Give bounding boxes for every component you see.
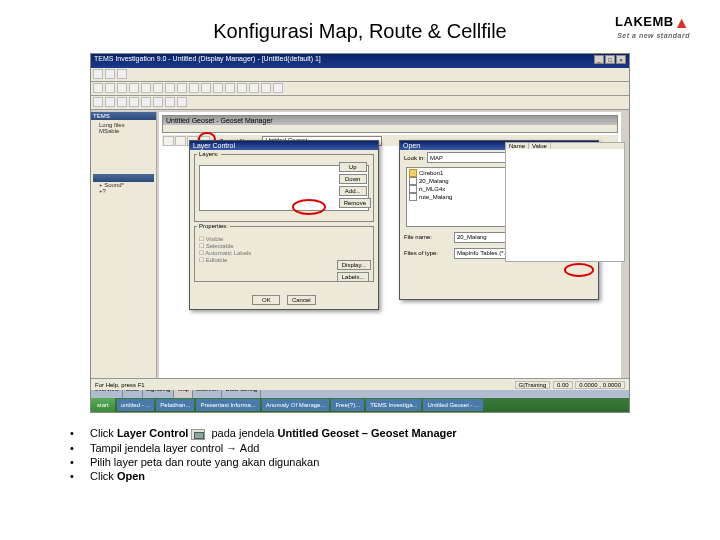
layer-control-titlebar: Layer Control	[190, 141, 378, 150]
highlight-circle-icon	[564, 263, 594, 277]
taskbar-item[interactable]: untitled - ...	[117, 399, 155, 411]
col-value: Value	[529, 143, 551, 149]
bullet-item: Pilih layer peta dan route yang akan dig…	[70, 456, 650, 468]
status-zoom: 0.00	[553, 381, 573, 389]
menu-bar[interactable]	[91, 68, 629, 82]
table-icon	[409, 177, 417, 185]
cancel-button[interactable]: Cancel	[287, 295, 316, 305]
down-button[interactable]: Down	[339, 174, 367, 184]
props-group-label: Properties:	[197, 223, 230, 229]
add-button[interactable]: Add...	[339, 186, 367, 196]
geoset-manager-window: Untitled Geoset - Geoset Manager	[162, 115, 618, 133]
layer-control-icon	[191, 429, 205, 440]
taskbar[interactable]: start untitled - ... Pelatihan... Presen…	[91, 398, 629, 412]
taskbar-item[interactable]: Pelatihan...	[156, 399, 194, 411]
right-panel: NameValue	[505, 142, 625, 262]
app-screenshot: TEMS Investigation 9.0 - Untitled (Displ…	[90, 53, 630, 413]
bullet-item: Click Layer Control pada jendela Untitle…	[70, 427, 650, 440]
remove-button[interactable]: Remove	[339, 198, 371, 208]
slide-title: Konfigurasi Map, Route & Cellfile	[30, 20, 690, 43]
status-ready-text: For Help, press F1	[95, 382, 145, 388]
window-controls[interactable]: _□×	[593, 55, 626, 67]
toolbar-1[interactable]	[91, 82, 629, 96]
workspace: Untitled Geoset - Geoset Manager Geoset …	[159, 112, 621, 378]
visible-checkbox[interactable]: Visible	[197, 235, 371, 242]
geoset-tb-btn[interactable]	[163, 136, 174, 146]
table-icon	[409, 185, 417, 193]
app-titlebar: TEMS Investigation 9.0 - Untitled (Displ…	[91, 54, 629, 68]
ok-button[interactable]: OK	[252, 295, 280, 305]
labels-button[interactable]: Labels...	[337, 272, 370, 282]
filename-label: File name:	[404, 234, 452, 240]
taskbar-item[interactable]: Untitled Geoset - ...	[423, 399, 483, 411]
highlight-circle-icon	[292, 199, 326, 215]
taskbar-item[interactable]: Anomaly Of Manage...	[262, 399, 330, 411]
geoset-tb-btn[interactable]	[175, 136, 186, 146]
filetype-label: Files of type:	[404, 250, 452, 256]
bullet-item: Tampil jendela layer control → Add	[70, 442, 650, 454]
layers-group-label: Layers:	[197, 151, 221, 157]
taskbar-item[interactable]: Presentasi Informa...	[196, 399, 259, 411]
tree-item[interactable]: +?	[93, 188, 154, 194]
layer-control-dialog: Layer Control Layers: Up Down Add... Rem…	[189, 140, 379, 310]
arrow-icon: ▲	[674, 14, 690, 31]
left-panel: TEMS Long files MSable + Sound* +?	[91, 112, 157, 378]
left-panel-header: TEMS	[91, 112, 156, 120]
start-button[interactable]: start	[91, 398, 115, 412]
left-panel-header-2	[93, 174, 154, 182]
bullet-list: Click Layer Control pada jendela Untitle…	[70, 427, 650, 482]
brand-logo: LAKEMB▲ Set a new standard	[615, 14, 690, 39]
toolbar-2[interactable]	[91, 96, 629, 110]
lookin-label: Look in:	[404, 155, 425, 161]
taskbar-item[interactable]: TEMS Investiga...	[366, 399, 421, 411]
up-button[interactable]: Up	[339, 162, 367, 172]
app-title-text: TEMS Investigation 9.0 - Untitled (Displ…	[94, 55, 321, 67]
bullet-item: Click Open	[70, 470, 650, 482]
status-bar: For Help, press F1 G|Training 0.00 0.000…	[91, 378, 629, 390]
display-button[interactable]: Display...	[337, 260, 371, 270]
geoset-titlebar: Untitled Geoset - Geoset Manager	[163, 116, 617, 125]
taskbar-item[interactable]: Free(?)...	[331, 399, 364, 411]
col-name: Name	[506, 143, 529, 149]
folder-icon	[409, 169, 417, 177]
table-icon	[409, 193, 417, 201]
brand-tagline: Set a new standard	[615, 32, 690, 39]
status-item: G|Training	[515, 381, 551, 389]
status-coords: 0.0000 , 0.0000	[575, 381, 625, 389]
selectable-checkbox[interactable]: Selectable	[197, 242, 371, 249]
autolabels-checkbox[interactable]: Automatic Labels	[197, 249, 371, 256]
